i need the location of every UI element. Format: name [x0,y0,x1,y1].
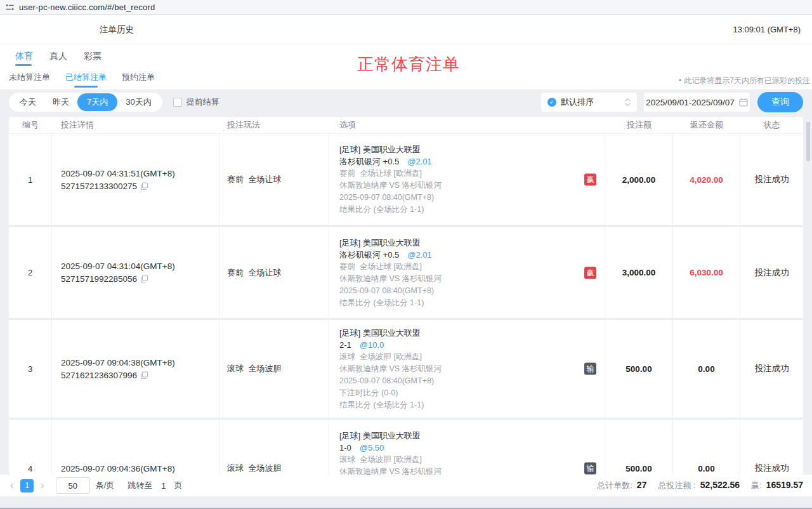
caret-up-down-icon [625,98,631,106]
page-size-input[interactable] [56,477,90,494]
result-badge: 输 [584,363,596,375]
option-odds: @10.0 [360,340,384,350]
refund-cell: 6,030.00 [673,227,740,318]
early-settle-checkbox[interactable] [173,98,182,107]
jump-to-label: 跳转至 [128,480,152,491]
option-line: 休斯敦迪纳摩 VS 洛杉矶银河 [339,363,579,375]
vertical-scrollbar[interactable] [806,122,810,161]
early-settle-label: 提前结算 [187,96,219,108]
url-text[interactable]: user-pc-new.ciiicc.com/#/bet_record [19,3,155,12]
page-1-button[interactable]: 1 [20,479,34,492]
option-line: 休斯敦迪纳摩 VS 洛杉矶银河 [339,466,579,475]
bet-detail-cell: 2025-09-07 04:31:04(GMT+8) 5271571992285… [52,227,219,318]
copy-icon[interactable] [140,182,148,190]
filter-row: 今天 昨天 7天内 30天内 提前结算 ✓ 默认排序 2025/09/01-20… [9,93,803,112]
option-line: 结果比分 (全场比分 1-1) [339,204,579,216]
option-cell: [足球] 美国职业大联盟 洛杉矶银河 +0.5@2.01 赛前 全场让球 [欧洲… [329,227,605,318]
option-line: 结果比分 (全场比分 1-1) [339,297,579,309]
option-detail-lines: 赛前 全场让球 [欧洲盘]休斯敦迪纳摩 VS 洛杉矶银河2025-09-07 0… [339,261,579,309]
option-odds: @2.01 [407,157,432,166]
option-line: 休斯敦迪纳摩 VS 洛杉矶银河 [339,273,579,285]
bet-time: 2025-09-07 09:04:38(GMT+8) [61,358,219,367]
subtab-reserved[interactable]: 预约注单 [122,72,155,88]
page: user-pc-new.ciiicc.com/#/bet_record 注单历史… [0,0,812,509]
bet-status: 投注成功 [740,320,803,418]
result-badge: 赢 [584,267,596,279]
option-pick-line: 2-1@10.0 [339,339,579,351]
per-page-label: 条/页 [96,480,115,491]
stake-amount: 500.00 [605,420,673,475]
check-circle-icon: ✓ [547,98,556,107]
play-type-cell: 滚球 全场波胆 [219,320,329,418]
option-pick: 1-0 [339,443,351,453]
option-pick: 2-1 [339,340,351,350]
sort-select[interactable]: ✓ 默认排序 [541,93,637,112]
sort-select-value: 默认排序 [561,96,594,108]
refund-value: 0.00 [698,364,714,374]
notice-text: 此记录将显示7天内所有已派彩的投注 [684,76,810,85]
range-30days-button[interactable]: 30天内 [117,93,159,112]
app-header: 注单历史 13:09:01 (GMT+8) [0,15,812,44]
play-type-cell: 滚球 全场波胆 [219,420,329,475]
option-detail-lines: 滚球 全场波胆 [欧洲盘]休斯敦迪纳摩 VS 洛杉矶银河2025-09-07 0… [339,351,579,411]
play-type-cell: 赛前 全场让球 [219,134,329,225]
bet-time: 2025-09-07 04:31:04(GMT+8) [61,261,219,271]
table-row: 2 2025-09-07 04:31:04(GMT+8) 52715719922… [9,227,803,320]
early-settle-checkbox-wrap[interactable]: 提前结算 [173,96,219,108]
copy-icon[interactable] [140,371,148,380]
tabs-area: 体育 真人 彩票 未结算注单 已结算注单 预约注单 正常体育注单 •此记录将显示… [0,44,812,90]
refund-cell: 0.00 [673,320,740,418]
subtab-settled[interactable]: 已结算注单 [65,72,107,88]
record-notice: •此记录将显示7天内所有已派彩的投注 [679,76,810,86]
bet-id-row: 5271572133300275 [61,182,219,191]
footer-bar: ‹ 1 › 条/页 跳转至 1 页 总计单数: 27 总投注额 : 52,522… [0,475,812,496]
bet-id: 5271571992285056 [61,274,137,284]
table-header-row: 编号 投注详情 投注玩法 选项 投注额 返还金额 状态 [9,117,803,134]
summary: 总计单数: 27 总投注额 : 52,522.56 赢: 16519.57 [597,480,803,491]
col-header-play: 投注玩法 [219,119,329,131]
row-number: 2 [9,227,52,318]
tab-live[interactable]: 真人 [49,51,67,66]
option-pick-line: 洛杉矶银河 +0.5@2.01 [339,249,579,261]
range-7days-button[interactable]: 7天内 [77,93,117,111]
tab-sports[interactable]: 体育 [15,51,33,66]
bet-id: 5271621236307996 [61,371,137,380]
result-badge: 输 [584,463,596,475]
option-pick: 洛杉矶银河 +0.5 [339,250,399,260]
col-header-detail: 投注详情 [52,119,219,131]
result-badge: 赢 [584,174,596,186]
stake-amount: 500.00 [605,320,673,418]
option-detail-lines: 滚球 全场波胆 [欧洲盘]休斯敦迪纳摩 VS 洛杉矶银河 [339,454,579,475]
search-button[interactable]: 查询 [757,92,803,112]
stake-amount: 2,000.00 [605,134,673,225]
col-header-amount: 投注额 [605,119,673,131]
range-yesterday-button[interactable]: 昨天 [44,93,77,112]
table-body: 1 2025-09-07 04:31:51(GMT+8) 52715721333… [9,134,803,475]
range-today-button[interactable]: 今天 [11,93,44,112]
main-area: 今天 昨天 7天内 30天内 提前结算 ✓ 默认排序 2025/09/01-20… [0,90,812,509]
row-number: 3 [9,320,52,418]
next-page-button[interactable]: › [39,479,45,492]
page-unit-label: 页 [174,480,183,491]
prev-page-button[interactable]: ‹ [9,479,15,492]
option-line: 滚球 全场波胆 [欧洲盘] [339,454,579,466]
option-odds: @2.01 [407,250,432,260]
total-win-group: 赢: 16519.57 [751,480,803,491]
total-count-label: 总计单数: [597,480,632,491]
jump-page-value[interactable]: 1 [161,481,166,491]
row-number: 4 [9,420,52,475]
option-odds: @5.50 [360,443,384,453]
option-league: [足球] 美国职业大联盟 [339,430,579,442]
row-number: 1 [9,134,52,225]
browser-url-bar[interactable]: user-pc-new.ciiicc.com/#/bet_record [0,0,812,15]
refund-value: 4,020.00 [690,175,723,185]
bet-status: 投注成功 [740,227,803,318]
option-cell: [足球] 美国职业大联盟 1-0@5.50 滚球 全场波胆 [欧洲盘]休斯敦迪纳… [329,420,605,475]
subtab-unsettled[interactable]: 未结算注单 [9,72,50,88]
tab-lottery[interactable]: 彩票 [84,51,102,66]
copy-icon[interactable] [140,275,148,283]
date-range-input[interactable]: 2025/09/01-2025/09/07 [644,93,750,112]
play-type-cell: 赛前 全场让球 [219,227,329,318]
option-line: 滚球 全场波胆 [欧洲盘] [339,351,579,363]
bet-status: 投注成功 [740,134,803,225]
